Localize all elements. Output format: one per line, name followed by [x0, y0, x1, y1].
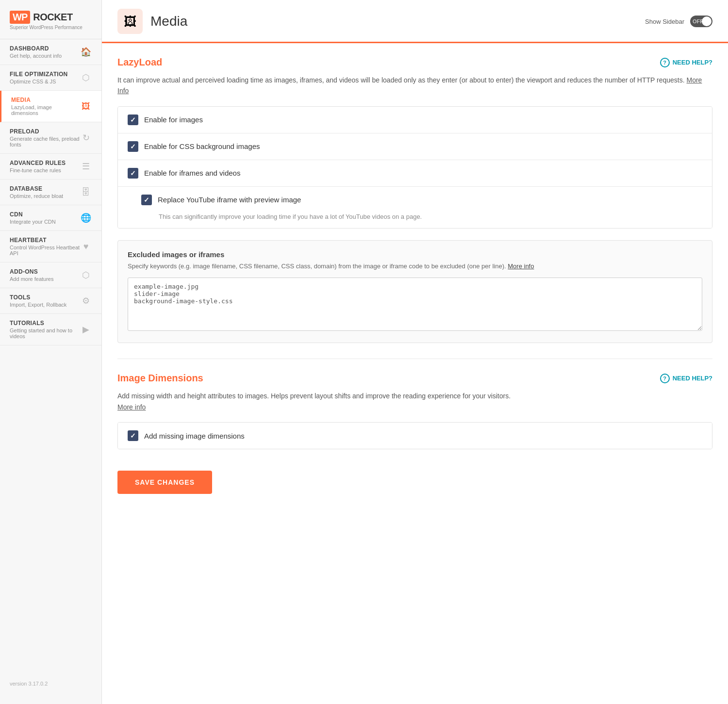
sidebar-item-heartbeat[interactable]: HEARTBEAT Control WordPress Heartbeat AP…: [0, 231, 101, 262]
nav-sublabel-cdn: Integrate your CDN: [10, 219, 80, 225]
sidebar-item-tutorials[interactable]: TUTORIALS Getting started and how to vid…: [0, 314, 101, 345]
sidebar-item-preload[interactable]: PRELOAD Generate cache files, preload fo…: [0, 122, 101, 154]
nav-sublabel-tutorials: Getting started and how to videos: [10, 327, 80, 339]
toggle-thumb: [702, 16, 711, 26]
nav-label-file-optimization: FILE OPTIMIZATION: [10, 71, 80, 78]
checkbox-add-missing-dims[interactable]: [128, 430, 138, 441]
option-enable-iframes: Enable for iframes and videos: [118, 160, 712, 187]
nav-sublabel-media: LazyLoad, image dimensions: [11, 104, 80, 116]
nav-label-tutorials: TUTORIALS: [10, 320, 80, 327]
sidebar-item-file-optimization[interactable]: FILE OPTIMIZATION Optimize CSS & JS ⬡: [0, 65, 101, 91]
nav-sublabel-heartbeat: Control WordPress Heartbeat API: [10, 245, 80, 256]
nav-sublabel-tools: Import, Export, Rollback: [10, 302, 80, 308]
label-replace-youtube: Replace YouTube iframe with preview imag…: [158, 196, 301, 204]
excluded-title: Excluded images or iframes: [128, 250, 702, 259]
nav-icon-media: 🖼: [80, 101, 92, 112]
header-right: Show Sidebar OFF: [645, 16, 712, 27]
image-dimensions-need-help[interactable]: ? NEED HELP?: [660, 374, 712, 383]
page-header: 🖼 Media Show Sidebar OFF: [102, 0, 728, 43]
nav-sublabel-database: Optimize, reduce bloat: [10, 193, 80, 199]
nav-label-media: MEDIA: [11, 97, 80, 103]
nav-item-text-tools: TOOLS Import, Export, Rollback: [10, 294, 80, 308]
image-dimensions-description: Add missing width and height attributes …: [117, 391, 712, 412]
logo: WP ROCKET Superior WordPress Performance: [0, 0, 101, 39]
nav-label-heartbeat: HEARTBEAT: [10, 237, 80, 244]
excluded-more-info[interactable]: More info: [508, 262, 534, 270]
section-divider: [117, 359, 712, 359]
nav-item-text-dashboard: DASHBOARD Get help, account info: [10, 45, 80, 59]
page-icon: 🖼: [117, 9, 143, 34]
nav-sublabel-preload: Generate cache files, preload fonts: [10, 136, 80, 147]
sidebar: WP ROCKET Superior WordPress Performance…: [0, 0, 102, 704]
media-icon: 🖼: [124, 14, 136, 29]
label-enable-iframes: Enable for iframes and videos: [144, 169, 240, 177]
checkbox-enable-images[interactable]: [128, 115, 138, 125]
nav-label-add-ons: ADD-ONS: [10, 268, 80, 275]
nav-sublabel-dashboard: Get help, account info: [10, 53, 80, 59]
option-replace-youtube: Replace YouTube iframe with preview imag…: [118, 187, 712, 228]
help-icon: ?: [660, 58, 670, 67]
nav-sublabel-advanced-rules: Fine-tune cache rules: [10, 167, 80, 173]
nav-icon-add-ons: ⬡: [80, 270, 92, 280]
option-add-missing-dims: Add missing image dimensions: [118, 423, 712, 449]
label-enable-images: Enable for images: [144, 115, 203, 124]
image-dimensions-options: Add missing image dimensions: [117, 422, 712, 449]
sidebar-toggle-label: Show Sidebar: [645, 18, 684, 25]
option-enable-css-bg: Enable for CSS background images: [118, 133, 712, 160]
lazyload-options: Enable for images Enable for CSS backgro…: [117, 106, 712, 229]
image-dimensions-help-label: NEED HELP?: [673, 375, 712, 382]
logo-wp: WP: [10, 11, 30, 24]
checkbox-enable-css-bg[interactable]: [128, 141, 138, 152]
label-add-missing-dims: Add missing image dimensions: [144, 432, 245, 440]
page-title: Media: [150, 14, 187, 29]
lazyload-help-label: NEED HELP?: [673, 59, 712, 66]
sidebar-item-dashboard[interactable]: DASHBOARD Get help, account info 🏠: [0, 39, 101, 65]
sidebar-toggle[interactable]: OFF: [690, 16, 712, 27]
page-header-left: 🖼 Media: [117, 9, 187, 34]
image-dimensions-more-info[interactable]: More info: [117, 403, 146, 411]
nav-label-tools: TOOLS: [10, 294, 80, 301]
lazyload-need-help[interactable]: ? NEED HELP?: [660, 58, 712, 67]
excluded-section: Excluded images or iframes Specify keywo…: [117, 240, 712, 344]
sidebar-item-media[interactable]: MEDIA LazyLoad, image dimensions 🖼: [0, 91, 101, 122]
nav-label-dashboard: DASHBOARD: [10, 45, 80, 52]
nav-item-text-file-optimization: FILE OPTIMIZATION Optimize CSS & JS: [10, 71, 80, 84]
toggle-track[interactable]: OFF: [690, 16, 712, 27]
nav-item-text-cdn: CDN Integrate your CDN: [10, 211, 80, 225]
nav-icon-database: 🗄: [80, 187, 92, 197]
nav-icon-cdn: 🌐: [80, 213, 92, 223]
sidebar-item-database[interactable]: DATABASE Optimize, reduce bloat 🗄: [0, 180, 101, 205]
nav-item-text-preload: PRELOAD Generate cache files, preload fo…: [10, 128, 80, 147]
checkbox-enable-iframes[interactable]: [128, 168, 138, 179]
content-area: LazyLoad ? NEED HELP? It can improve act…: [102, 43, 728, 508]
nav-item-text-database: DATABASE Optimize, reduce bloat: [10, 185, 80, 199]
nav-item-text-heartbeat: HEARTBEAT Control WordPress Heartbeat AP…: [10, 237, 80, 256]
replace-youtube-desc: This can significantly improve your load…: [141, 213, 422, 220]
save-changes-button[interactable]: SAVE CHANGES: [117, 471, 212, 494]
lazyload-title: LazyLoad: [117, 57, 162, 68]
sidebar-version: version 3.17.0.2: [0, 673, 101, 694]
nav-icon-heartbeat: ♥: [80, 242, 92, 252]
nav-sublabel-add-ons: Add more features: [10, 276, 80, 282]
nav-icon-preload: ↻: [80, 132, 92, 143]
sidebar-item-add-ons[interactable]: ADD-ONS Add more features ⬡: [0, 262, 101, 288]
nav-sublabel-file-optimization: Optimize CSS & JS: [10, 79, 80, 84]
checkbox-replace-youtube[interactable]: [141, 195, 152, 205]
sidebar-item-tools[interactable]: TOOLS Import, Export, Rollback ⚙: [0, 288, 101, 314]
nav-icon-tutorials: ▶: [80, 324, 92, 335]
lazyload-description: It can improve actual and perceived load…: [117, 75, 712, 97]
option-enable-images: Enable for images: [118, 107, 712, 133]
lazyload-section-header: LazyLoad ? NEED HELP?: [117, 57, 712, 68]
nav-item-text-tutorials: TUTORIALS Getting started and how to vid…: [10, 320, 80, 339]
excluded-textarea[interactable]: example-image.jpg slider-image backgroun…: [128, 278, 702, 331]
nav-icon-tools: ⚙: [80, 295, 92, 306]
nav-label-preload: PRELOAD: [10, 128, 80, 135]
logo-tagline: Superior WordPress Performance: [10, 25, 92, 30]
nav-item-text-media: MEDIA LazyLoad, image dimensions: [11, 97, 80, 116]
logo-rocket: ROCKET: [33, 12, 72, 23]
help-icon-2: ?: [660, 374, 670, 383]
nav-icon-advanced-rules: ☰: [80, 161, 92, 172]
nav-label-advanced-rules: ADVANCED RULES: [10, 160, 80, 166]
sidebar-item-cdn[interactable]: CDN Integrate your CDN 🌐: [0, 205, 101, 231]
sidebar-item-advanced-rules[interactable]: ADVANCED RULES Fine-tune cache rules ☰: [0, 154, 101, 180]
